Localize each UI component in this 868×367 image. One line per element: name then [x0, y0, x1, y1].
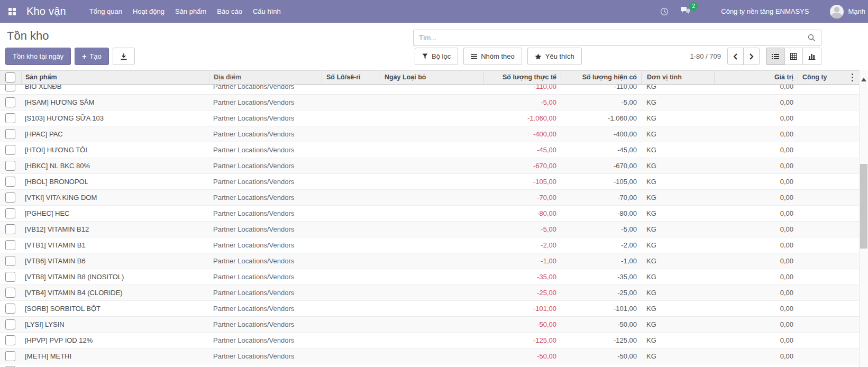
- row-checkbox[interactable]: [5, 224, 15, 234]
- table-row[interactable]: [HBKC] NL BKC 80%Partner Locations/Vendo…: [0, 158, 859, 174]
- cell-value: 0,00: [714, 289, 798, 297]
- cell-uom: KG: [641, 98, 714, 106]
- pager-next-button[interactable]: [743, 48, 760, 65]
- row-checkbox[interactable]: [5, 351, 15, 361]
- row-checkbox[interactable]: [5, 208, 15, 218]
- table-row[interactable]: [HPAC] PACPartner Locations/Vendors-400,…: [0, 126, 859, 142]
- header-removal-date[interactable]: Ngày Loại bỏ: [380, 71, 483, 84]
- table-row[interactable]: [HPVP] PVP IOD 12%Partner Locations/Vend…: [0, 333, 859, 348]
- menu-bao-cao[interactable]: Báo cáo: [212, 0, 248, 23]
- vertical-scrollbar[interactable]: [859, 70, 868, 367]
- cell-qty-on-hand: -5,00: [561, 98, 641, 106]
- menu-cau-hinh[interactable]: Cấu hình: [248, 0, 286, 23]
- filters-button[interactable]: Bộ lọc: [415, 48, 458, 65]
- company-switcher[interactable]: Công ty nền tảng ENMASYS: [721, 7, 809, 15]
- table-row[interactable]: [VTKI] VITA KING DOMPartner Locations/Ve…: [0, 190, 859, 206]
- row-checkbox[interactable]: [5, 192, 15, 203]
- app-title[interactable]: Kho vận: [26, 5, 66, 17]
- view-switcher: [766, 48, 821, 65]
- header-uom[interactable]: Đơn vị tính: [641, 71, 714, 84]
- row-checkbox[interactable]: [5, 161, 15, 171]
- cell-qty-actual: -5,00: [483, 98, 561, 106]
- cell-value: 0,00: [714, 273, 798, 281]
- row-checkbox[interactable]: [5, 272, 15, 282]
- row-checkbox[interactable]: [5, 113, 15, 123]
- table-row[interactable]: [VTB1] VITAMIN B1Partner Locations/Vendo…: [0, 237, 859, 253]
- table-row[interactable]: [VTB8] VITAMIN B8 (INOSITOL)Partner Loca…: [0, 269, 859, 285]
- cell-qty-on-hand: -105,00: [561, 178, 641, 186]
- row-checkbox[interactable]: [5, 335, 15, 345]
- cell-qty-actual: -25,00: [483, 289, 561, 297]
- row-checkbox-cell: [0, 256, 21, 266]
- row-checkbox[interactable]: [5, 177, 15, 187]
- header-value[interactable]: Giá trị: [714, 71, 798, 84]
- cell-qty-actual: -35,00: [483, 273, 561, 281]
- row-checkbox[interactable]: [5, 97, 15, 107]
- table-row[interactable]: [HBOL] BRONOPOLPartner Locations/Vendors…: [0, 174, 859, 190]
- header-location[interactable]: Địa điểm: [209, 71, 322, 84]
- group-by-button[interactable]: Nhóm theo: [463, 48, 522, 65]
- activities-clock-icon[interactable]: [660, 7, 669, 16]
- cell-qty-on-hand: -110,00: [561, 85, 641, 90]
- cell-product: [VTB1] VITAMIN B1: [21, 241, 209, 249]
- cell-uom: KG: [641, 336, 714, 344]
- table-row[interactable]: BIO XLNĐBPartner Locations/Vendors-110,0…: [0, 85, 859, 95]
- table-row[interactable]: [VTB4] VITAMIN B4 (CLORIDE)Partner Locat…: [0, 285, 859, 301]
- menu-san-pham[interactable]: Sản phẩm: [170, 0, 212, 23]
- table-row[interactable]: [METH] METHIPartner Locations/Vendors-50…: [0, 348, 859, 364]
- table-row[interactable]: [HTOI] HƯƠNG TỎIPartner Locations/Vendor…: [0, 142, 859, 158]
- header-qty-actual[interactable]: Số lượng thực tế: [483, 71, 561, 84]
- header-qty-on-hand[interactable]: Số lượng hiện có: [561, 71, 641, 84]
- header-product[interactable]: Sản phẩm: [21, 71, 209, 84]
- row-checkbox[interactable]: [5, 145, 15, 155]
- row-checkbox[interactable]: [5, 85, 15, 91]
- menu-tong-quan[interactable]: Tổng quan: [84, 0, 127, 23]
- page: Kho vận Tổng quan Hoạt động Sản phẩm Báo…: [0, 0, 868, 367]
- apps-menu-icon[interactable]: [8, 8, 16, 15]
- list-view-button[interactable]: [766, 48, 785, 65]
- pivot-view-button[interactable]: [784, 48, 803, 65]
- graph-view-button[interactable]: [802, 48, 821, 65]
- cell-value: 0,00: [714, 178, 798, 186]
- table-row-partial[interactable]: [0, 364, 859, 367]
- table-row[interactable]: [PGHEC] HECPartner Locations/Vendors-80,…: [0, 206, 859, 222]
- export-download-button[interactable]: [113, 48, 135, 65]
- table-row[interactable]: [S103] HƯƠNG SỮA 103Partner Locations/Ve…: [0, 111, 859, 126]
- scrollbar-up-arrow[interactable]: [860, 78, 868, 81]
- inventory-at-date-button[interactable]: Tồn kho tại ngày: [5, 48, 71, 65]
- table-row[interactable]: [HSAM] HƯƠNG SÂMPartner Locations/Vendor…: [0, 95, 859, 111]
- optional-columns-button[interactable]: [845, 71, 859, 84]
- row-checkbox[interactable]: [5, 129, 15, 139]
- header-company[interactable]: Công ty: [798, 71, 845, 84]
- table-row[interactable]: [LYSI] LYSINPartner Locations/Vendors-50…: [0, 317, 859, 333]
- select-all-checkbox[interactable]: [5, 72, 15, 82]
- row-checkbox[interactable]: [5, 240, 15, 250]
- select-all-checkbox-cell: [0, 71, 21, 84]
- cell-qty-on-hand: -2,00: [561, 241, 641, 249]
- create-button[interactable]: +Tạo: [75, 48, 109, 65]
- pager-previous-button[interactable]: [727, 48, 744, 65]
- table-row[interactable]: [VTB6] VITAMIN B6Partner Locations/Vendo…: [0, 253, 859, 269]
- header-lot[interactable]: Số Lô/sê-ri: [322, 71, 380, 84]
- favorites-button[interactable]: Yêu thích: [527, 48, 582, 65]
- row-checkbox-cell: [0, 177, 21, 187]
- row-checkbox[interactable]: [5, 304, 15, 314]
- menu-hoat-dong[interactable]: Hoạt động: [127, 0, 170, 23]
- table-row[interactable]: [VB12] VITAMIN B12Partner Locations/Vend…: [0, 222, 859, 237]
- user-avatar[interactable]: [830, 5, 844, 19]
- cell-location: Partner Locations/Vendors: [209, 257, 322, 265]
- search-input[interactable]: [414, 30, 808, 45]
- table-row[interactable]: [SORB] SORBITOL BỘTPartner Locations/Ven…: [0, 301, 859, 317]
- row-checkbox[interactable]: [5, 319, 15, 329]
- row-checkbox[interactable]: [5, 256, 15, 266]
- cell-qty-actual: -400,00: [483, 130, 561, 138]
- search-icon[interactable]: [808, 34, 816, 42]
- user-menu[interactable]: Mạnh: [848, 7, 865, 15]
- scrollbar-thumb[interactable]: [860, 164, 867, 249]
- action-buttons: Tồn kho tại ngày +Tạo: [5, 48, 139, 65]
- cell-uom: KG: [641, 273, 714, 281]
- cell-uom: KG: [641, 225, 714, 233]
- pager-buttons: [727, 48, 760, 65]
- row-checkbox[interactable]: [5, 288, 15, 298]
- messages-icon[interactable]: 2: [680, 6, 690, 17]
